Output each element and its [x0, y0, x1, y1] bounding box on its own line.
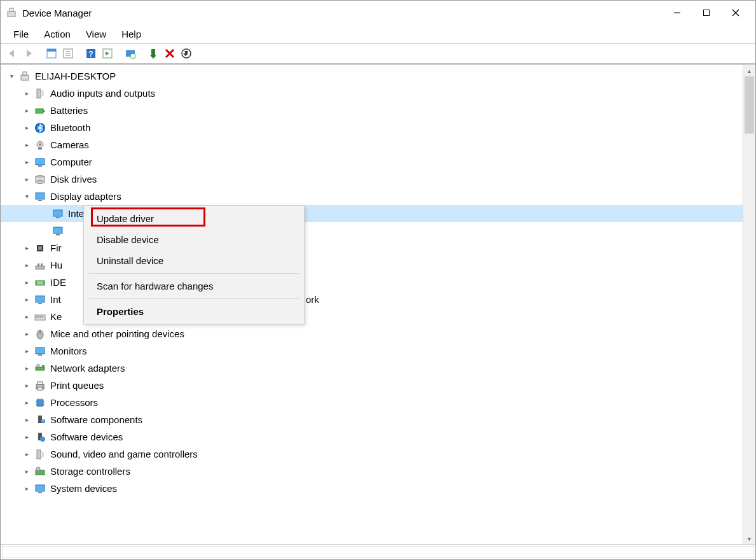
cpu-icon [34, 396, 46, 409]
tree-item[interactable]: ▸ Audio inputs and outputs [1, 85, 743, 102]
update-driver-button[interactable] [123, 46, 138, 61]
expand-icon[interactable]: ▸ [21, 483, 32, 494]
svg-rect-3 [704, 10, 710, 16]
expand-icon[interactable]: ▸ [21, 431, 32, 443]
svg-rect-44 [56, 217, 60, 218]
properties-button[interactable] [60, 46, 76, 61]
tree-item-label: Audio inputs and outputs [50, 88, 155, 99]
tree-item[interactable]: ▸ Bluetooth [1, 119, 743, 136]
expand-icon[interactable]: ▸ [21, 88, 32, 99]
expand-icon[interactable]: ▸ [21, 414, 32, 426]
tree-item[interactable]: ▸ Sound, video and game controllers [1, 445, 743, 463]
svg-marker-6 [9, 50, 14, 57]
svg-rect-60 [40, 316, 41, 318]
speaker-icon [34, 87, 46, 100]
svg-rect-90 [38, 492, 42, 493]
maximize-button[interactable] [692, 3, 721, 22]
back-button[interactable] [4, 46, 20, 61]
expand-icon[interactable]: ▸ [21, 397, 32, 409]
expand-icon[interactable]: ▸ [21, 174, 32, 185]
tree-item[interactable]: ▸ Disk drives [1, 171, 743, 188]
disable-device-button[interactable] [179, 46, 194, 61]
expand-icon[interactable]: ▸ [21, 449, 32, 460]
menu-file[interactable]: File [6, 26, 36, 42]
tree-item-label: Display adapters [50, 191, 121, 202]
expand-icon[interactable]: ▸ [21, 157, 32, 168]
usb-icon [34, 259, 46, 272]
svg-rect-49 [36, 266, 45, 269]
expand-icon[interactable]: ▸ [21, 122, 32, 134]
close-button[interactable] [721, 3, 750, 22]
tree-item[interactable]: ▸ + Software components [1, 411, 743, 428]
tree-item[interactable]: ▸ Cameras [1, 136, 743, 153]
expand-icon[interactable]: ▸ [21, 328, 32, 340]
tree-item[interactable]: ▸ System devices [1, 480, 743, 497]
cm-scan[interactable]: Scan for hardware changes [84, 276, 304, 297]
tree-item[interactable]: ▸ Processors [1, 394, 743, 411]
tree-item-label: IDE [50, 277, 66, 288]
svg-rect-55 [36, 296, 45, 302]
minimize-button[interactable] [663, 3, 692, 22]
svg-rect-52 [36, 281, 45, 285]
expand-icon[interactable]: ▸ [21, 346, 32, 357]
window-title: Device Manager [22, 8, 663, 18]
show-hide-tree-button[interactable] [44, 46, 59, 61]
tree-item-label: Disk drives [50, 174, 97, 185]
cm-properties[interactable]: Properties [84, 301, 304, 322]
expand-icon[interactable]: ▸ [21, 380, 32, 391]
enable-device-button[interactable] [146, 46, 161, 61]
menubar: File Action View Help [1, 25, 755, 44]
scroll-up-icon[interactable]: ▴ [743, 65, 755, 76]
expand-icon[interactable]: ▸ [21, 139, 32, 151]
svg-rect-72 [37, 400, 43, 406]
expand-icon[interactable]: ▸ [21, 277, 32, 288]
tree-item[interactable]: ▸ Monitors [1, 342, 743, 360]
camera-icon [34, 139, 46, 151]
cm-update-driver[interactable]: Update driver [84, 208, 304, 229]
scroll-track[interactable] [743, 76, 755, 533]
titlebar: Device Manager [1, 1, 755, 25]
help-button[interactable]: ? [83, 46, 99, 61]
menu-help[interactable]: Help [114, 26, 149, 42]
menu-action[interactable]: Action [36, 26, 78, 42]
expand-icon[interactable]: ▸ [21, 466, 32, 477]
expand-icon[interactable]: ▸ [21, 363, 32, 374]
scroll-thumb[interactable] [745, 76, 754, 134]
keyboard-icon [34, 311, 46, 323]
forward-button[interactable] [21, 46, 36, 61]
tree-item[interactable]: ▸ Computer [1, 153, 743, 171]
expand-icon[interactable]: ▸ [21, 260, 32, 271]
scan-button[interactable] [100, 46, 115, 61]
tree-item-label: Computer [50, 157, 92, 167]
cm-separator [89, 273, 299, 274]
cm-disable-device[interactable]: Disable device [84, 229, 304, 250]
svg-rect-86 [37, 450, 41, 459]
tree-root[interactable]: ▾ ELIJAH-DESKTOP [1, 67, 743, 85]
tree-item-label: Print queues [50, 380, 104, 391]
collapse-icon[interactable]: ▾ [21, 191, 32, 202]
tree-item[interactable]: ▸ Storage controllers [1, 463, 743, 480]
svg-rect-87 [36, 470, 45, 475]
expand-icon[interactable]: ▸ [21, 242, 32, 254]
svg-rect-1 [10, 8, 13, 11]
expand-icon[interactable]: ▾ [6, 71, 17, 82]
computer-icon [34, 482, 46, 495]
tree-item-label: Monitors [50, 346, 87, 356]
svg-rect-31 [43, 110, 45, 112]
tree-item[interactable]: ▸ Network adapters [1, 360, 743, 377]
uninstall-device-button[interactable] [162, 46, 177, 61]
tree-item[interactable]: ▸ Mice and other pointing devices [1, 325, 743, 342]
expand-icon[interactable]: ▸ [21, 105, 32, 116]
expand-icon[interactable]: ▸ [21, 294, 32, 305]
tree-item[interactable]: ▸ Print queues [1, 377, 743, 394]
tree-item[interactable]: ▸ Batteries [1, 102, 743, 119]
vertical-scrollbar[interactable]: ▴ ▾ [743, 65, 755, 544]
menu-view[interactable]: View [78, 26, 114, 42]
tree-item-label: Software components [50, 414, 142, 425]
tree-item-display-adapters[interactable]: ▾ Display adapters [1, 188, 743, 205]
expand-icon[interactable]: ▸ [21, 311, 32, 323]
cm-uninstall-device[interactable]: Uninstall device [84, 250, 304, 271]
tree-item[interactable]: ▸ Software devices [1, 428, 743, 445]
svg-rect-71 [38, 388, 43, 390]
scroll-down-icon[interactable]: ▾ [743, 533, 755, 544]
